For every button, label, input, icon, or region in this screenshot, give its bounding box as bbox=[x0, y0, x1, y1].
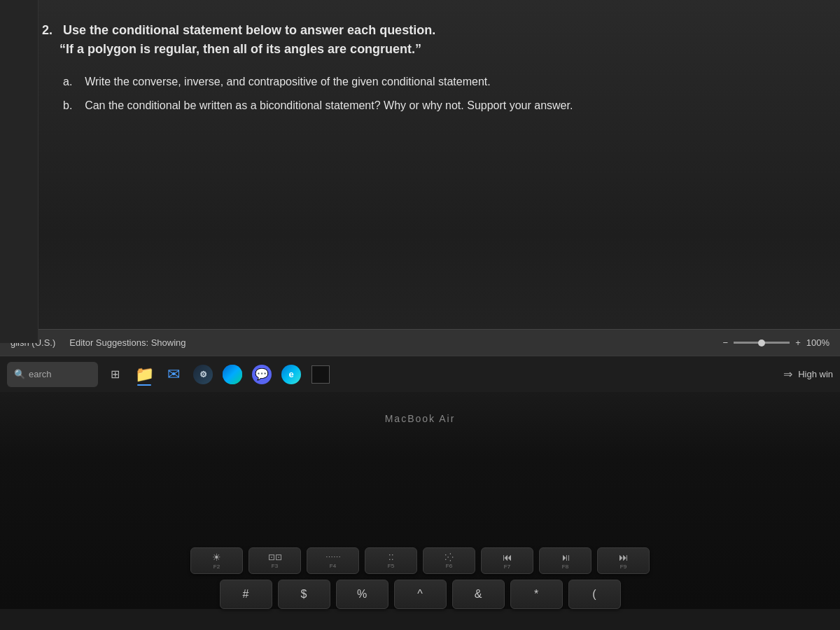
left-panel-border bbox=[0, 0, 38, 343]
question-quote: “If a polygon is regular, then all of it… bbox=[59, 42, 421, 56]
black-square-icon bbox=[312, 365, 330, 384]
key-f8[interactable]: ⏯ F8 bbox=[539, 547, 592, 574]
key-ampersand[interactable]: & bbox=[452, 580, 505, 609]
mail-icon: ✉ bbox=[167, 365, 180, 384]
question-title: 2. Use the conditional statement below t… bbox=[42, 21, 798, 59]
steam-taskbar-button[interactable]: ⚙ bbox=[190, 362, 216, 387]
steam-icon: ⚙ bbox=[193, 365, 213, 384]
taskview-icon: ⊞ bbox=[111, 368, 120, 381]
key-asterisk[interactable]: * bbox=[510, 580, 563, 609]
macbook-label: MacBook Air bbox=[385, 413, 456, 424]
search-bar[interactable]: 🔍 earch bbox=[7, 362, 98, 387]
zoom-slider[interactable] bbox=[734, 342, 790, 344]
part-b-label: b. bbox=[63, 99, 72, 111]
key-caret[interactable]: ^ bbox=[394, 580, 447, 609]
zoom-controls[interactable]: − + 100% bbox=[723, 337, 830, 348]
taskview-button[interactable]: ⊞ bbox=[102, 362, 127, 387]
folder-icon: 📁 bbox=[135, 365, 154, 384]
high-win-text: High win bbox=[798, 369, 833, 379]
char-key-row: # $ % ^ & * ( bbox=[0, 580, 840, 609]
key-open-paren[interactable]: ( bbox=[568, 580, 621, 609]
key-f6[interactable]: ⁚⁛ F6 bbox=[423, 547, 475, 574]
question-intro: Use the conditional statement below to a… bbox=[63, 23, 435, 37]
part-a-label: a. bbox=[63, 76, 72, 88]
key-f5[interactable]: ⁚⁚ F5 bbox=[365, 547, 417, 574]
key-f9[interactable]: ⏭ F9 bbox=[597, 547, 650, 574]
mail-taskbar-button[interactable]: ✉ bbox=[161, 362, 186, 387]
part-a-text: Write the converse, inverse, and contrap… bbox=[85, 76, 491, 88]
taskbar: 🔍 earch ⊞ 📁 ✉ ⚙ 💬 bbox=[0, 356, 840, 392]
status-bar: glish (U.S.) Editor Suggestions: Showing… bbox=[0, 329, 840, 356]
cortana-taskbar-button[interactable] bbox=[220, 362, 245, 387]
discord-icon: 💬 bbox=[252, 365, 272, 384]
zoom-minus[interactable]: − bbox=[723, 337, 729, 348]
folder-taskbar-button[interactable]: 📁 bbox=[132, 362, 157, 387]
key-percent[interactable]: % bbox=[336, 580, 388, 609]
part-b-text: Can the conditional be written as a bico… bbox=[85, 99, 573, 111]
key-dollar[interactable]: $ bbox=[278, 580, 330, 609]
fn-key-row: ☀ F2 ⊡⊡ F3 ⋯⋯ F4 ⁚⁚ F5 ⁚⁛ F6 ⏮ F7 bbox=[0, 547, 840, 574]
key-f7[interactable]: ⏮ F7 bbox=[481, 547, 533, 574]
discord-taskbar-button[interactable]: 💬 bbox=[249, 362, 274, 387]
arrow-right-icon: ⇒ bbox=[783, 368, 792, 381]
editor-suggestions: Editor Suggestions: Showing bbox=[69, 337, 186, 348]
zoom-plus[interactable]: + bbox=[795, 337, 801, 348]
laptop-bezel: MacBook Air ☀ F2 ⊡⊡ F3 ⋯⋯ F4 ⁚⁚ F5 ⁚⁛ F6 bbox=[0, 392, 840, 609]
key-hash[interactable]: # bbox=[220, 580, 272, 609]
content-area: 2. Use the conditional statement below t… bbox=[0, 0, 840, 329]
notification-area: ⇒ High win bbox=[783, 368, 833, 381]
key-f4[interactable]: ⋯⋯ F4 bbox=[307, 547, 359, 574]
screen-area: 2. Use the conditional statement below t… bbox=[0, 0, 840, 392]
keyboard-area: ☀ F2 ⊡⊡ F3 ⋯⋯ F4 ⁚⁚ F5 ⁚⁛ F6 ⏮ F7 bbox=[0, 540, 840, 609]
status-bar-right: − + 100% bbox=[723, 337, 830, 348]
question-number: 2. bbox=[42, 23, 52, 37]
search-placeholder: earch bbox=[29, 369, 52, 379]
edge-taskbar-button[interactable]: e bbox=[279, 362, 304, 387]
cortana-icon bbox=[223, 365, 242, 384]
question-sub: a. Write the converse, inverse, and cont… bbox=[63, 73, 798, 114]
key-f2[interactable]: ☀ F2 bbox=[190, 547, 243, 574]
black-square-button[interactable] bbox=[308, 362, 333, 387]
zoom-percent: 100% bbox=[806, 337, 830, 348]
edge-icon: e bbox=[281, 365, 301, 384]
search-icon: 🔍 bbox=[14, 369, 25, 379]
key-f3[interactable]: ⊡⊡ F3 bbox=[248, 547, 301, 574]
